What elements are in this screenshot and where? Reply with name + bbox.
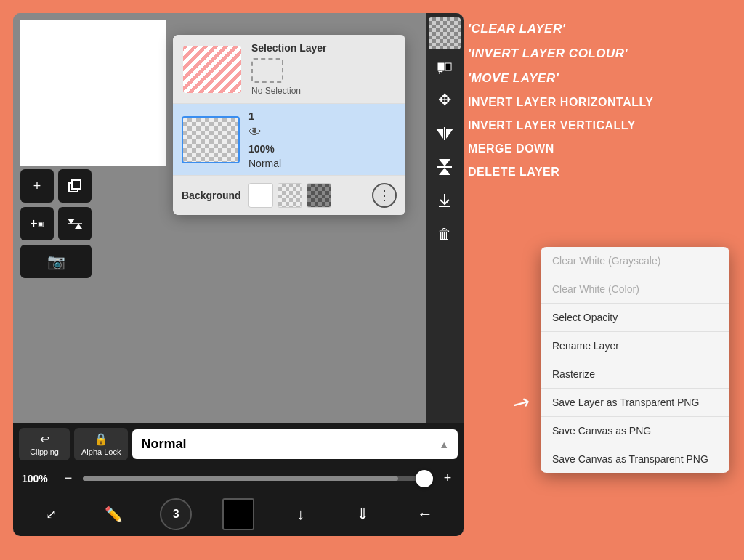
layer-opacity: 100%	[248, 143, 281, 155]
brush-tool-button[interactable]: ✏️	[98, 498, 130, 530]
move-layer-button[interactable]: ✥	[429, 84, 461, 116]
chevron-down-icon: ▲	[439, 439, 449, 450]
blend-mode-dropdown[interactable]: Normal ▲	[132, 429, 458, 459]
merge-down-label: MERGE DOWN	[468, 142, 737, 155]
app-container: ⇄ ✥ 🗑 Selection Layer No Selecti	[13, 13, 464, 536]
layer-info: 1 👁 100% Normal	[248, 110, 281, 169]
alpha-lock-label: Alpha Lock	[81, 447, 121, 456]
context-menu-item[interactable]: Save Layer as Transparent PNG	[541, 389, 729, 417]
duplicate-layer-button[interactable]	[58, 169, 92, 203]
opacity-bar: 100% − +	[13, 465, 464, 492]
clipping-label: Clipping	[30, 447, 59, 456]
left-controls-row1: +	[20, 169, 92, 203]
color-swatch-button[interactable]	[222, 498, 254, 530]
no-selection-text: No Selection	[251, 86, 327, 96]
clipping-icon: ↩	[40, 432, 49, 446]
context-menu-item[interactable]: Save Canvas as Transparent PNG	[541, 445, 729, 473]
clear-layer-label: 'CLEAR LAYER'	[468, 22, 737, 36]
selection-layer-row[interactable]: Selection Layer No Selection	[173, 35, 405, 104]
delete-layer-button[interactable]: 🗑	[429, 218, 461, 250]
layer-blend-mode: Normal	[248, 158, 281, 169]
opacity-increase-button[interactable]: +	[440, 471, 455, 486]
back-button[interactable]: ←	[409, 498, 441, 530]
blend-mode-value: Normal	[141, 437, 186, 452]
canvas-white	[20, 20, 166, 166]
move-layer-label: 'MOVE LAYER'	[468, 71, 737, 86]
bottom-actions: ↩ Clipping 🔒 Alpha Lock Normal ▲	[13, 423, 464, 465]
selection-layer-title: Selection Layer	[251, 42, 327, 54]
no-selection-box	[251, 58, 283, 83]
svg-marker-11	[68, 219, 75, 224]
opacity-slider-track[interactable]	[83, 476, 433, 481]
layer-thumbnail	[182, 116, 240, 163]
svg-marker-3	[436, 129, 443, 139]
left-controls-row3: 📷	[20, 245, 92, 278]
double-down-arrow-button[interactable]: ⇓	[347, 498, 379, 530]
transform-tool-button[interactable]: ⤢	[36, 498, 68, 530]
bg-swatch-dark[interactable]	[307, 183, 331, 208]
opacity-slider-fill	[83, 476, 398, 481]
svg-marker-6	[439, 159, 450, 166]
svg-marker-12	[75, 224, 82, 229]
context-menu-item[interactable]: Rename Layer	[541, 332, 729, 360]
context-menu-item[interactable]: Select Opacity	[541, 304, 729, 332]
clipping-button[interactable]: ↩ Clipping	[19, 428, 70, 460]
stamp-tool-button[interactable]: 3	[160, 498, 192, 530]
svg-text:⇄: ⇄	[438, 69, 443, 76]
invert-horizontal-label: INVERT LAYER HORIZONTALLY	[468, 96, 737, 109]
bottom-toolbar: ⤢ ✏️ 3 ↓ ⇓ ←	[13, 492, 464, 536]
invert-vertical-label: INVERT LAYER VERTICALLY	[468, 119, 737, 132]
right-toolbar: ⇄ ✥ 🗑	[426, 13, 464, 423]
canvas-area: ⇄ ✥ 🗑 Selection Layer No Selecti	[13, 13, 464, 423]
flip-layer-button[interactable]	[58, 207, 92, 240]
bg-swatch-checker[interactable]	[278, 183, 302, 208]
background-row[interactable]: Background ⋮	[173, 176, 405, 215]
opacity-decrease-button[interactable]: −	[61, 471, 76, 486]
layer-number: 1	[248, 110, 281, 122]
svg-rect-10	[72, 180, 81, 189]
context-menu: Clear White (Grayscale)Clear White (Colo…	[541, 247, 729, 473]
background-label: Background	[182, 190, 241, 201]
invert-colour-button[interactable]: ⇄	[429, 51, 461, 83]
delete-layer-label: DELETE LAYER	[468, 166, 737, 179]
annotation-area: 'CLEAR LAYER' 'INVERT LAYER COLOUR' 'MOV…	[468, 22, 737, 179]
left-controls: + +▣ 📷	[20, 169, 92, 278]
context-menu-item: Clear White (Color)	[541, 275, 729, 304]
selection-preview	[183, 46, 241, 93]
alpha-lock-button[interactable]: 🔒 Alpha Lock	[74, 428, 128, 460]
context-menu-item[interactable]: Save Canvas as PNG	[541, 417, 729, 445]
invert-colour-label: 'INVERT LAYER COLOUR'	[468, 46, 737, 61]
active-layer-row[interactable]: 1 👁 100% Normal	[173, 104, 405, 176]
add-image-button[interactable]: +▣	[20, 207, 54, 240]
svg-marker-7	[439, 168, 450, 175]
arrow-annotation: ↗	[508, 388, 534, 417]
context-menu-item: Clear White (Grayscale)	[541, 247, 729, 275]
opacity-value: 100%	[22, 473, 54, 484]
down-arrow-button[interactable]: ↓	[285, 498, 317, 530]
bg-swatch-white[interactable]	[248, 183, 273, 208]
opacity-slider-thumb[interactable]	[416, 470, 433, 487]
layers-panel: Selection Layer No Selection 1 👁 100% No…	[173, 35, 405, 215]
flip-vertical-button[interactable]	[429, 151, 461, 183]
svg-marker-4	[446, 129, 453, 139]
layer-eye-icon[interactable]: 👁	[248, 125, 281, 140]
context-menu-item[interactable]: Rasterize	[541, 360, 729, 389]
camera-button[interactable]: 📷	[20, 245, 92, 278]
left-controls-row2: +▣	[20, 207, 92, 240]
background-options-button[interactable]: ⋮	[372, 183, 397, 208]
flip-horizontal-button[interactable]	[429, 118, 461, 150]
merge-down-button[interactable]	[429, 184, 461, 216]
svg-rect-1	[445, 63, 451, 70]
stamp-label: 3	[173, 508, 179, 521]
add-layer-button[interactable]: +	[20, 169, 54, 203]
clear-layer-button[interactable]	[429, 17, 461, 49]
lock-icon: 🔒	[94, 432, 108, 446]
selection-info: Selection Layer No Selection	[251, 42, 327, 96]
